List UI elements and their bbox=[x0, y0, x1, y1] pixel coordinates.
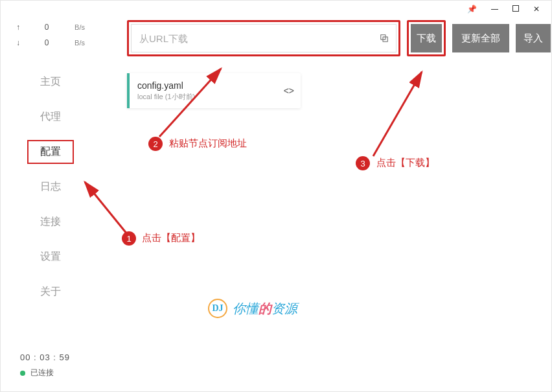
arrow-down-icon: ↓ bbox=[16, 38, 24, 47]
download-highlight-frame: 下载 bbox=[407, 20, 446, 56]
config-card[interactable]: config.yaml local file (1小时前) <> bbox=[127, 73, 301, 108]
card-title: config.yaml bbox=[137, 80, 270, 91]
main-area: 下载 更新全部 导入 config.yaml local file (1小时前)… bbox=[101, 1, 551, 391]
traffic-up-value: 0 bbox=[40, 23, 53, 32]
nav-connections[interactable]: 连接 bbox=[1, 204, 100, 239]
traffic-up-unit: B/s bbox=[69, 23, 85, 31]
nav-about-label: 关于 bbox=[40, 285, 61, 299]
logo-text: 你懂的资源 bbox=[233, 300, 297, 317]
watermark-logo: DJ 你懂的资源 bbox=[208, 299, 297, 318]
copy-icon[interactable] bbox=[373, 33, 396, 43]
traffic-stats: ↑ 0 B/s ↓ 0 B/s bbox=[1, 23, 100, 64]
nav-config[interactable]: 配置 bbox=[1, 134, 100, 169]
logo-icon: DJ bbox=[208, 299, 227, 318]
status-area: 00 : 03 : 59 已连接 bbox=[1, 352, 100, 391]
traffic-down: ↓ 0 B/s bbox=[16, 38, 85, 47]
url-input[interactable] bbox=[132, 33, 373, 44]
card-subtitle: local file (1小时前) bbox=[137, 92, 270, 102]
nav-config-label: 配置 bbox=[27, 140, 74, 164]
window-titlebar: 📌 ✕ bbox=[467, 1, 551, 17]
card-body: config.yaml local file (1小时前) bbox=[130, 80, 277, 102]
import-button[interactable]: 导入 bbox=[516, 24, 551, 52]
nav-settings[interactable]: 设置 bbox=[1, 239, 100, 274]
pin-icon[interactable]: 📌 bbox=[467, 5, 477, 14]
nav-proxy-label: 代理 bbox=[40, 110, 61, 124]
nav-connections-label: 连接 bbox=[40, 215, 61, 229]
update-all-button[interactable]: 更新全部 bbox=[452, 24, 509, 52]
download-button[interactable]: 下载 bbox=[411, 24, 442, 52]
sidebar: ↑ 0 B/s ↓ 0 B/s 主页 代理 配置 日志 连接 设置 关于 00 … bbox=[1, 1, 101, 391]
nav-log-label: 日志 bbox=[40, 180, 61, 194]
nav-home-label: 主页 bbox=[40, 75, 61, 89]
traffic-up: ↑ 0 B/s bbox=[16, 23, 85, 32]
url-highlight-frame bbox=[127, 20, 400, 56]
maximize-button[interactable] bbox=[512, 5, 519, 14]
nav-log[interactable]: 日志 bbox=[1, 169, 100, 204]
status-text: 已连接 bbox=[30, 367, 54, 378]
traffic-down-value: 0 bbox=[40, 38, 53, 47]
card-edit-icon[interactable]: <> bbox=[277, 86, 301, 96]
nav-home[interactable]: 主页 bbox=[1, 64, 100, 99]
nav-proxy[interactable]: 代理 bbox=[1, 99, 100, 134]
nav-settings-label: 设置 bbox=[40, 250, 61, 264]
url-box bbox=[131, 24, 397, 52]
nav: 主页 代理 配置 日志 连接 设置 关于 bbox=[1, 64, 100, 309]
connection-timer: 00 : 03 : 59 bbox=[20, 352, 100, 362]
nav-about[interactable]: 关于 bbox=[1, 274, 100, 309]
top-action-row: 下载 更新全部 导入 bbox=[127, 20, 538, 56]
minimize-button[interactable] bbox=[491, 5, 498, 14]
status-dot-icon bbox=[20, 371, 25, 376]
close-button[interactable]: ✕ bbox=[533, 5, 540, 14]
traffic-down-unit: B/s bbox=[69, 39, 85, 47]
arrow-up-icon: ↑ bbox=[16, 23, 24, 32]
